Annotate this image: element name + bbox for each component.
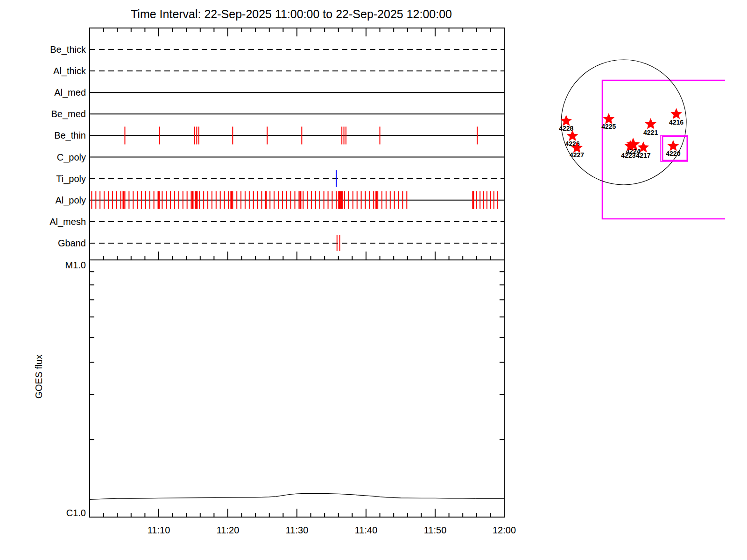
x-axis-label: 11:10	[148, 525, 170, 535]
y-axis-label-top: M1.0	[65, 260, 86, 270]
x-axis-label: 11:40	[355, 525, 378, 535]
x-axis-label: 11:50	[424, 525, 447, 535]
goes-flux-axis-title: GOES flux	[34, 355, 44, 399]
active-region-star-4221	[645, 118, 656, 129]
active-region-star-4228	[560, 115, 572, 126]
active-region-label-4220: 4220	[666, 150, 680, 157]
channel-label-Be_thin: Be_thin	[54, 130, 86, 141]
channel-label-Al_poly: Al_poly	[55, 195, 86, 206]
x-axis-label: 12:00	[493, 525, 516, 535]
active-region-label-4225: 4225	[601, 123, 616, 130]
active-region-label-4228: 4228	[559, 125, 573, 132]
fov-box-large	[602, 80, 725, 219]
active-region-star-4216	[670, 108, 682, 119]
timeline-goes-sunmap-plot: Be_thickAl_thickAl_medBe_medBe_thinC_pol…	[0, 0, 747, 560]
timeline-panel-frame	[90, 28, 504, 260]
active-region-label-4217: 4217	[636, 152, 650, 159]
active-region-label-4227: 4227	[570, 151, 584, 159]
channel-label-Al_thick: Al_thick	[53, 66, 86, 77]
x-axis-label: 11:30	[286, 525, 309, 535]
active-region-label-4223: 4223	[621, 152, 635, 159]
y-axis-label-bottom: C1.0	[66, 508, 86, 518]
channel-label-Gband: Gband	[58, 238, 86, 248]
goes-flux-curve	[90, 493, 504, 499]
goes-panel-frame	[90, 260, 504, 517]
active-region-star-4225	[603, 113, 615, 124]
xrt-goes-observation-screen: Time Interval: 22-Sep-2025 11:00:00 to 2…	[0, 0, 747, 560]
active-region-label-4216: 4216	[669, 119, 684, 126]
x-axis-label: 11:20	[217, 525, 240, 535]
channel-label-Be_thick: Be_thick	[50, 44, 86, 55]
active-region-star-4220	[668, 140, 679, 151]
active-region-label-4221: 4221	[643, 129, 658, 136]
channel-label-C_poly: C_poly	[57, 152, 86, 163]
channel-label-Ti_poly: Ti_poly	[56, 174, 86, 184]
channel-label-Be_med: Be_med	[51, 109, 86, 119]
sun-disk	[561, 60, 686, 185]
channel-label-Al_med: Al_med	[54, 87, 86, 98]
channel-label-Al_mesh: Al_mesh	[49, 217, 86, 227]
page-title: Time Interval: 22-Sep-2025 11:00:00 to 2…	[84, 7, 499, 21]
